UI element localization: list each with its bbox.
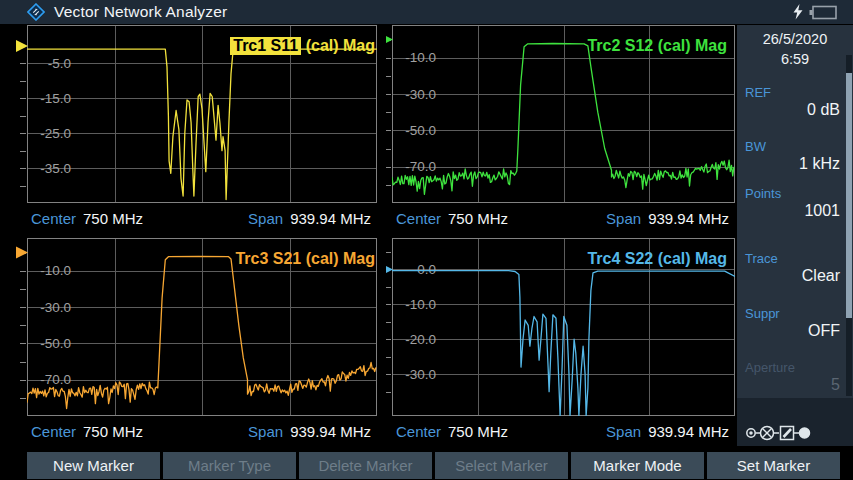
trace-title: Trc2 S12 (cal) Mag [587,36,727,56]
softkey-delete-marker[interactable]: Delete Marker [299,452,432,479]
center-value: 750 MHz [448,210,508,227]
y-tick-label: -10.0 [405,50,436,65]
plot-window-s21[interactable]: -10.0-30.0-50.0-70.0Trc3 S21 (cal) Mag C… [0,238,380,446]
y-tick-label: -50.0 [405,123,436,138]
trace-title: Trc3 S21 (cal) Mag [235,249,375,269]
center-label: Center [31,423,76,440]
axis-ticks [20,47,26,187]
trace-title-text: Trc2 S12 (cal) Mag [587,37,727,55]
span-value: 939.94 MHz [648,423,729,440]
y-tick-label: -5.0 [48,56,71,71]
softkey-marker-type[interactable]: Marker Type [163,452,296,479]
softkey-set-marker[interactable]: Set Marker [707,452,840,479]
softkey-select-marker[interactable]: Select Marker [435,452,568,479]
center-label: Center [31,210,76,227]
trace-title-highlight: Trc1 S11 [230,37,301,55]
field-value: 5 [831,376,840,394]
lightning-icon [792,4,804,20]
rohde-schwarz-logo-icon [27,3,45,21]
field-label: Aperture [745,360,795,375]
trace-title-text: Trc3 S21 (cal) Mag [235,250,375,268]
date-label: 26/5/2020 [737,31,853,47]
span-label: Span [248,423,283,440]
field-value: OFF [808,322,840,340]
field-label: Trace [745,251,778,266]
y-tick-label: -10.0 [40,263,71,278]
center-frequency[interactable]: Center 750 MHz [396,210,508,227]
span-label: Span [606,423,641,440]
softkey-bar: New MarkerMarker TypeDelete MarkerSelect… [0,446,853,480]
y-tick-label: -15.0 [40,91,71,106]
y-tick-label: -30.0 [40,300,71,315]
trace-title-text: Trc4 S22 (cal) Mag [587,250,727,268]
ref-level-marker-icon [386,34,393,46]
center-frequency[interactable]: Center 750 MHz [31,423,143,440]
span-frequency[interactable]: Span 939.94 MHz [606,210,729,227]
y-tick-label: -30.0 [405,87,436,102]
center-value: 750 MHz [83,423,143,440]
span-value: 939.94 MHz [290,423,371,440]
softkey-new-marker[interactable]: New Marker [27,452,160,479]
titlebar: Vector Network Analyzer [0,0,853,24]
ref-level-marker-icon [16,247,28,259]
trace-curve [392,271,735,416]
field-label: BW [745,139,766,154]
center-frequency[interactable]: Center 750 MHz [396,423,508,440]
plot-window-s12[interactable]: -10.0-30.0-50.0-70.0Trc2 S12 (cal) Mag C… [386,25,737,233]
y-tick-label: -20.0 [405,332,436,347]
app-title: Vector Network Analyzer [54,3,227,21]
span-frequency[interactable]: Span 939.94 MHz [248,210,371,227]
y-tick-label: -70.0 [405,159,436,174]
field-value: 1 kHz [799,155,840,173]
y-tick-label: -35.0 [40,161,71,176]
field-value: 1001 [804,202,840,220]
y-tick-label: -10.0 [405,297,436,312]
center-value: 750 MHz [83,210,143,227]
span-value: 939.94 MHz [648,210,729,227]
y-tick-label: -25.0 [40,126,71,141]
axis-ticks [20,254,26,399]
span-value: 939.94 MHz [290,210,371,227]
trace-title: Trc1 S11 (cal) Mag [230,36,375,56]
plot-footer: Center 750 MHz Span 939.94 MHz [27,203,377,233]
center-frequency[interactable]: Center 750 MHz [31,210,143,227]
span-label: Span [606,210,641,227]
plot-window-s11[interactable]: -5.0-15.0-25.0-35.0Trc1 S11 (cal) Mag Ce… [0,25,380,233]
y-tick-label: -30.0 [405,367,436,382]
time-label: 6:59 [737,51,853,67]
sidebar: 26/5/2020 6:59 REF 0 dBBW 1 kHzPoints 10… [737,25,853,446]
ref-level-marker-icon [386,263,393,275]
span-frequency[interactable]: Span 939.94 MHz [248,423,371,440]
trace-curve [392,44,734,195]
center-value: 750 MHz [448,423,508,440]
y-tick-label: -50.0 [40,336,71,351]
y-tick-label: 0.0 [417,262,436,277]
trace-curve [27,256,376,408]
field-label: Suppr [745,306,780,321]
center-label: Center [396,210,441,227]
trace-title-text: (cal) Mag [301,37,375,55]
trace-title: Trc4 S22 (cal) Mag [587,249,727,269]
span-frequency[interactable]: Span 939.94 MHz [606,423,729,440]
ref-level-marker-icon [16,40,28,52]
plot-footer: Center 750 MHz Span 939.94 MHz [392,416,735,446]
field-label: REF [745,85,771,100]
center-label: Center [396,423,441,440]
plot-footer: Center 750 MHz Span 939.94 MHz [27,416,377,446]
field-value: Clear [802,267,840,285]
sidebar-scrollbar-thumb[interactable] [846,73,852,318]
span-label: Span [248,210,283,227]
axis-ticks [386,253,391,393]
field-value: 0 dB [807,101,840,119]
field-label: Points [745,186,781,201]
filled-circle-icon [800,428,810,438]
vna-screen: Vector Network Analyzer -5.0-15.0-25.0-3… [0,0,853,480]
softkey-marker-mode[interactable]: Marker Mode [571,452,704,479]
plot-footer: Center 750 MHz Span 939.94 MHz [392,203,735,233]
port-diagram-icons [745,421,821,445]
plot-window-s22[interactable]: 0.0-10.0-20.0-30.0Trc4 S22 (cal) Mag Cen… [386,238,737,446]
axis-ticks [386,41,391,186]
y-tick-label: -70.0 [40,372,71,387]
battery-icon [809,5,837,20]
